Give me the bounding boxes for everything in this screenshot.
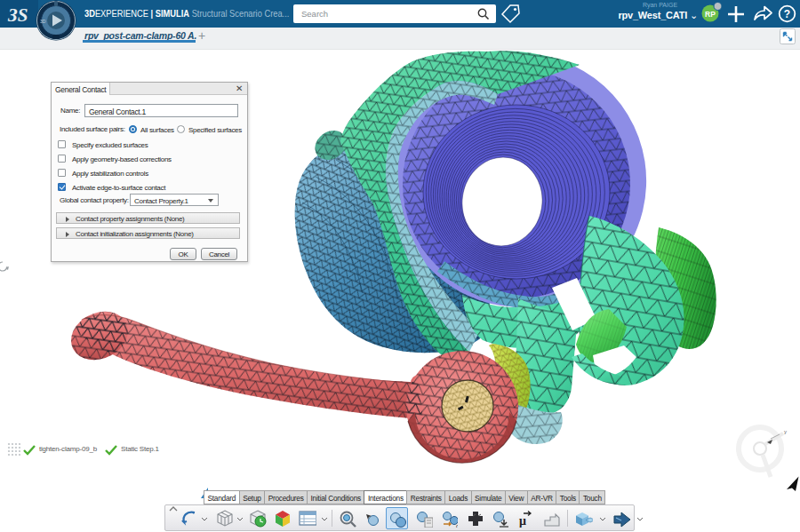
svg-text:RP: RP [705,10,716,19]
svg-text:ЗS: ЗS [7,4,28,26]
svg-text:μ: μ [519,514,526,528]
svg-text:y: y [784,429,787,434]
svg-text:?: ? [784,8,790,20]
svg-text:x: x [771,480,773,481]
svg-text:3D: 3D [40,19,46,24]
svg-text:o: o [456,523,458,528]
